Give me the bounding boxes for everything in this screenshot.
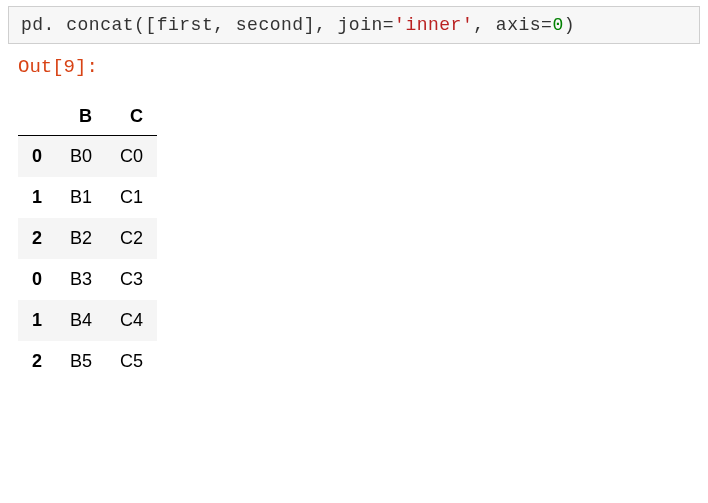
- table-row: 0 B0 C0: [18, 136, 157, 178]
- table-row-index: 0: [18, 136, 56, 178]
- dataframe-table: B C 0 B0 C0 1 B1 C1 2 B2 C2 0 B3: [18, 98, 157, 382]
- output-prompt-label: Out[9]:: [18, 56, 708, 78]
- table-index-head: [18, 98, 56, 136]
- table-row-index: 1: [18, 177, 56, 218]
- table-cell: C3: [106, 259, 157, 300]
- table-row: 1 B4 C4: [18, 300, 157, 341]
- table-row-index: 0: [18, 259, 56, 300]
- table-cell: B3: [56, 259, 106, 300]
- table-cell: C5: [106, 341, 157, 382]
- code-token-dot: .: [44, 15, 55, 35]
- table-cell: C4: [106, 300, 157, 341]
- code-token-comma3: ,: [473, 15, 484, 35]
- code-token-join-val: 'inner': [394, 15, 473, 35]
- table-row-index: 2: [18, 218, 56, 259]
- code-token-lparen: (: [134, 15, 145, 35]
- table-cell: C0: [106, 136, 157, 178]
- code-token-lbracket: [: [145, 15, 156, 35]
- table-row: 2 B5 C5: [18, 341, 157, 382]
- table-col-B: B: [56, 98, 106, 136]
- table-cell: B1: [56, 177, 106, 218]
- table-header-row: B C: [18, 98, 157, 136]
- table-cell: B0: [56, 136, 106, 178]
- code-token-eq1: =: [383, 15, 394, 35]
- table-row: 0 B3 C3: [18, 259, 157, 300]
- code-token-second: second: [236, 15, 304, 35]
- code-token-eq2: =: [541, 15, 552, 35]
- table-cell: B4: [56, 300, 106, 341]
- table-row-index: 1: [18, 300, 56, 341]
- code-token-comma2: ,: [315, 15, 326, 35]
- dataframe-output: B C 0 B0 C0 1 B1 C1 2 B2 C2 0 B3: [18, 98, 708, 382]
- code-input-cell: pd. concat([first, second], join='inner'…: [8, 6, 700, 44]
- code-token-first: first: [157, 15, 214, 35]
- code-token-rparen: ): [564, 15, 575, 35]
- code-token-rbracket: ]: [304, 15, 315, 35]
- code-token-join-kw: join: [338, 15, 383, 35]
- table-col-C: C: [106, 98, 157, 136]
- code-token-comma1: ,: [213, 15, 224, 35]
- code-token-axis-kw: axis: [496, 15, 541, 35]
- table-cell: B5: [56, 341, 106, 382]
- table-cell: B2: [56, 218, 106, 259]
- table-cell: C1: [106, 177, 157, 218]
- table-row: 1 B1 C1: [18, 177, 157, 218]
- code-token-axis-val: 0: [552, 15, 563, 35]
- table-row: 2 B2 C2: [18, 218, 157, 259]
- code-token-pd: pd: [21, 15, 44, 35]
- table-cell: C2: [106, 218, 157, 259]
- table-row-index: 2: [18, 341, 56, 382]
- code-token-concat: concat: [66, 15, 134, 35]
